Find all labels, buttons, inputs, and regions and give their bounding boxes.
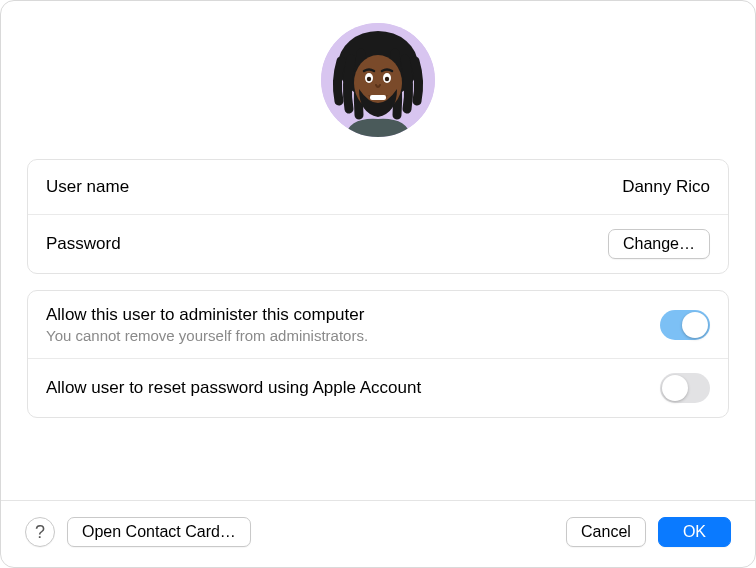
admin-toggle[interactable]: [660, 310, 710, 340]
help-button[interactable]: ?: [25, 517, 55, 547]
dialog-content: User name Danny Rico Password Change… Al…: [1, 1, 755, 500]
svg-point-6: [385, 77, 389, 81]
cancel-button[interactable]: Cancel: [566, 517, 646, 547]
admin-row: Allow this user to administer this compu…: [28, 291, 728, 358]
help-icon: ?: [35, 522, 45, 543]
user-info-panel: User name Danny Rico Password Change…: [27, 159, 729, 274]
username-value: Danny Rico: [622, 177, 710, 197]
avatar[interactable]: [321, 23, 435, 137]
reset-password-row: Allow user to reset password using Apple…: [28, 358, 728, 417]
admin-note: You cannot remove yourself from administ…: [46, 327, 368, 344]
reset-label: Allow user to reset password using Apple…: [46, 378, 421, 398]
dialog-footer: ? Open Contact Card… Cancel OK: [1, 500, 755, 567]
username-row: User name Danny Rico: [28, 160, 728, 214]
password-row: Password Change…: [28, 214, 728, 273]
change-password-button[interactable]: Change…: [608, 229, 710, 259]
user-settings-dialog: User name Danny Rico Password Change… Al…: [0, 0, 756, 568]
toggle-knob: [662, 375, 688, 401]
memoji-avatar-icon: [321, 23, 435, 137]
password-label: Password: [46, 234, 121, 254]
permissions-panel: Allow this user to administer this compu…: [27, 290, 729, 418]
reset-password-toggle[interactable]: [660, 373, 710, 403]
svg-point-5: [367, 77, 371, 81]
svg-rect-7: [370, 95, 386, 100]
open-contact-card-button[interactable]: Open Contact Card…: [67, 517, 251, 547]
toggle-knob: [682, 312, 708, 338]
admin-label: Allow this user to administer this compu…: [46, 305, 368, 325]
ok-button[interactable]: OK: [658, 517, 731, 547]
admin-text: Allow this user to administer this compu…: [46, 305, 368, 344]
username-label: User name: [46, 177, 129, 197]
